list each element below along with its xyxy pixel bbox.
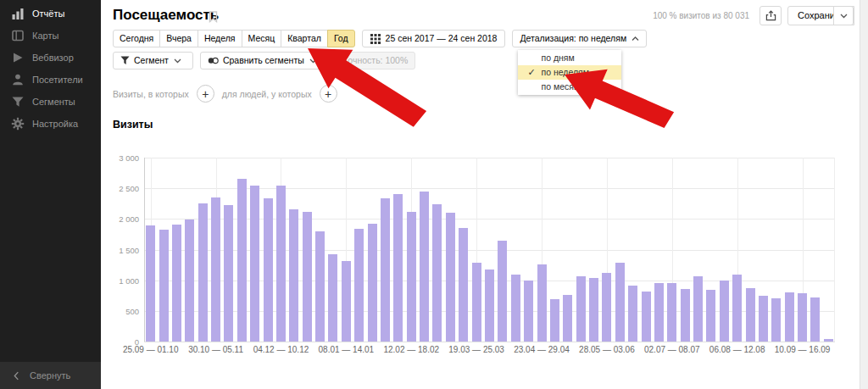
gridline — [144, 250, 835, 251]
visits-bar[interactable] — [420, 192, 429, 342]
visits-bar[interactable] — [172, 225, 181, 342]
period-tab[interactable]: Квартал — [281, 30, 328, 47]
visits-bar[interactable] — [264, 198, 273, 342]
scrollbar-track[interactable] — [860, 0, 868, 389]
visits-bar[interactable] — [785, 292, 794, 342]
visits-bar[interactable] — [159, 230, 169, 342]
date-range-button[interactable]: 25 сен 2017 — 24 сен 2018 — [362, 30, 506, 47]
x-tick-label: 23.04 — 29.04 — [514, 345, 570, 354]
add-people-filter-button[interactable]: + — [320, 85, 337, 103]
visits-bar[interactable] — [368, 224, 377, 342]
detalization-menu-item[interactable]: по дням — [518, 51, 621, 65]
visits-bar[interactable] — [615, 263, 625, 342]
visits-bar[interactable] — [303, 212, 312, 342]
detalization-menu-item[interactable]: по месяцам — [518, 80, 621, 94]
sidebar-nav: ОтчётыКартыВебвизорПосетителиСегментыНас… — [0, 3, 101, 135]
visits-bar[interactable] — [537, 264, 547, 342]
sidebar-item-label: Карты — [32, 31, 58, 41]
bar-chart-icon — [11, 7, 25, 20]
bar-chart-plot — [144, 158, 835, 342]
visits-bar[interactable] — [771, 298, 781, 342]
visits-bar[interactable] — [563, 295, 572, 342]
visits-bar[interactable] — [354, 229, 364, 342]
visits-bar[interactable] — [146, 225, 155, 342]
visits-bar[interactable] — [524, 281, 533, 342]
x-axis-line — [144, 342, 835, 342]
y-tick-label: 2 000 — [102, 214, 139, 224]
visits-bar[interactable] — [798, 293, 807, 342]
visits-bar[interactable] — [472, 263, 481, 342]
visits-bar[interactable] — [237, 179, 247, 342]
visits-bar[interactable] — [459, 228, 468, 342]
detalization-button[interactable]: Детализация: по неделям — [512, 30, 647, 47]
period-toolbar: СегодняВчераНеделяМесяцКварталГод 25 сен… — [113, 30, 647, 47]
sidebar-item[interactable]: Посетители — [0, 69, 101, 91]
visits-bar[interactable] — [642, 292, 651, 342]
sidebar-item-label: Настройка — [32, 119, 78, 129]
visits-bar[interactable] — [602, 273, 611, 342]
visits-bar[interactable] — [485, 270, 494, 342]
visits-bar[interactable] — [693, 276, 703, 342]
visits-bar[interactable] — [276, 186, 286, 342]
visits-bar[interactable] — [498, 241, 507, 342]
detalization-label: Детализация: по неделям — [520, 31, 626, 47]
visits-bar[interactable] — [550, 299, 559, 342]
period-tab[interactable]: Год — [327, 30, 355, 47]
visits-bar[interactable] — [198, 203, 208, 342]
bookmark-icon[interactable] — [209, 11, 218, 23]
add-visit-filter-button[interactable]: + — [197, 85, 214, 103]
sidebar-collapse-button[interactable]: Свернуть — [0, 362, 101, 389]
visits-bar[interactable] — [315, 231, 325, 342]
visits-bar[interactable] — [381, 198, 390, 342]
accuracy-button[interactable]: Точность: 100% — [336, 52, 416, 69]
y-tick-label: 3 000 — [102, 153, 139, 163]
sidebar-item[interactable]: Сегменты — [0, 91, 101, 113]
visits-bar[interactable] — [720, 281, 729, 342]
visits-bar[interactable] — [393, 194, 403, 342]
compare-segments-button[interactable]: Сравнить сегменты — [200, 52, 329, 69]
visits-bar[interactable] — [824, 339, 833, 342]
visits-bar[interactable] — [706, 290, 715, 342]
visits-bar[interactable] — [407, 212, 416, 342]
export-button[interactable] — [760, 6, 782, 25]
visits-bar[interactable] — [759, 296, 768, 342]
visits-bar[interactable] — [185, 220, 194, 342]
segment-button[interactable]: Сегмент — [113, 52, 193, 69]
sidebar-item[interactable]: Вебвизор — [0, 47, 101, 69]
period-tab[interactable]: Месяц — [242, 30, 282, 47]
visits-bar[interactable] — [511, 275, 520, 342]
visits-bar[interactable] — [224, 205, 233, 342]
save-dropdown-button[interactable] — [833, 6, 854, 25]
visits-bar[interactable] — [342, 261, 351, 342]
visits-bar[interactable] — [681, 289, 690, 342]
chevron-down-icon — [174, 58, 186, 64]
chevron-down-icon — [840, 14, 848, 19]
visits-bar[interactable] — [250, 186, 259, 342]
visits-bar[interactable] — [211, 197, 220, 342]
visits-bar[interactable] — [576, 276, 586, 342]
date-range-label: 25 сен 2017 — 24 сен 2018 — [386, 31, 498, 47]
check-icon: ✓ — [527, 65, 535, 80]
visits-bar[interactable] — [810, 297, 820, 342]
visits-bar[interactable] — [328, 254, 337, 342]
period-tab[interactable]: Вчера — [159, 30, 198, 47]
period-tab[interactable]: Сегодня — [113, 30, 160, 47]
visits-bar[interactable] — [446, 213, 455, 342]
export-icon — [765, 10, 776, 21]
visits-bar[interactable] — [289, 209, 298, 342]
sidebar-item[interactable]: Отчёты — [0, 3, 101, 25]
visits-bar[interactable] — [432, 204, 442, 342]
detalization-menu-item[interactable]: по неделям✓ — [518, 65, 621, 80]
visits-bar[interactable] — [589, 278, 598, 342]
plot-right-border — [834, 158, 835, 342]
visits-bar[interactable] — [746, 288, 755, 342]
sidebar-item[interactable]: Настройка — [0, 113, 101, 135]
period-tab[interactable]: Неделя — [198, 30, 242, 47]
visits-bar[interactable] — [628, 286, 637, 342]
visits-bar[interactable] — [732, 275, 742, 342]
x-tick-label: 19.03 — 25.03 — [448, 345, 504, 354]
visits-bar[interactable] — [654, 283, 664, 342]
visits-bar[interactable] — [667, 283, 676, 342]
segment-toolbar: Сегмент Сравнить сегменты Точность: 100% — [113, 52, 422, 69]
sidebar-item[interactable]: Карты — [0, 25, 101, 47]
